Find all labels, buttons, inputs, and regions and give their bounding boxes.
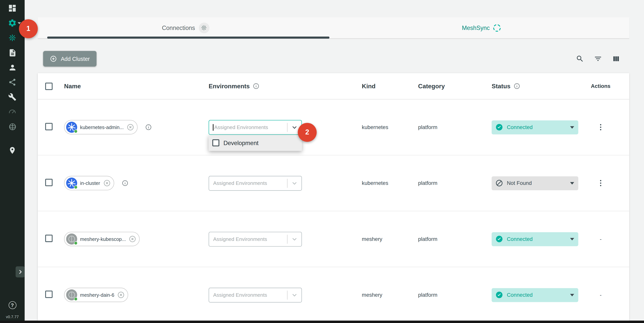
- active-tab-indicator: [47, 37, 330, 39]
- status-chip[interactable]: Connected: [492, 288, 578, 302]
- sidebar: ? v0.7.77: [0, 0, 25, 323]
- header-category: Category: [418, 83, 445, 90]
- status-chip[interactable]: Connected: [492, 120, 578, 134]
- info-icon[interactable]: [253, 83, 260, 90]
- dashboard-icon[interactable]: [0, 3, 25, 13]
- help-icon[interactable]: ?: [8, 301, 16, 309]
- meshery-avatar: [66, 233, 77, 244]
- designs-icon[interactable]: [0, 48, 25, 58]
- status-caret-icon[interactable]: [570, 182, 574, 184]
- status-chip[interactable]: Connected: [492, 232, 578, 246]
- status-label: Connected: [507, 292, 566, 298]
- category-cell: platform: [418, 292, 492, 298]
- header-status: Status: [492, 83, 510, 90]
- connection-name: meshery-dain-6: [80, 292, 114, 298]
- online-dot: [74, 185, 78, 189]
- filter-icon[interactable]: [594, 55, 602, 63]
- status-chip[interactable]: Not Found: [492, 176, 578, 190]
- row-checkbox[interactable]: [45, 234, 52, 242]
- location-pin-icon[interactable]: [0, 145, 25, 155]
- no-actions-dash: -: [600, 292, 602, 298]
- info-icon[interactable]: [145, 124, 152, 131]
- tab-connections-label: Connections: [162, 25, 195, 31]
- relationships-icon[interactable]: [0, 77, 25, 87]
- chip-delete-icon[interactable]: [117, 291, 125, 299]
- status-label: Not Found: [507, 180, 566, 186]
- annotation-step-badge: 2: [298, 123, 316, 142]
- main-content: Connections MeshSync Add Cluster: [25, 0, 644, 323]
- add-cluster-button[interactable]: Add Cluster: [43, 51, 96, 67]
- search-icon[interactable]: [576, 55, 584, 63]
- meshery-app: ? v0.7.77 Connections MeshSync Add Clus: [0, 0, 644, 323]
- select-all-checkbox[interactable]: [45, 83, 52, 90]
- assigned-environments-select[interactable]: Assigned Environments: [209, 232, 302, 246]
- environments-cell: Assigned Environments: [209, 176, 362, 191]
- online-dot: [74, 297, 78, 301]
- table-row: in-cluster Assigned Environments: [38, 155, 629, 211]
- info-icon[interactable]: [513, 83, 520, 90]
- development-checkbox[interactable]: [212, 139, 219, 146]
- table-toolbar: Add Cluster: [38, 49, 629, 69]
- environment-option-development[interactable]: Development: [209, 135, 302, 151]
- tab-meshsync-label: MeshSync: [462, 25, 490, 31]
- info-icon[interactable]: [122, 180, 128, 187]
- connection-chip[interactable]: meshery-kubescop...: [64, 232, 140, 246]
- tab-connections[interactable]: Connections: [38, 17, 334, 38]
- text-cursor: [213, 124, 213, 130]
- header-actions: Actions: [591, 83, 610, 89]
- row-checkbox[interactable]: [45, 178, 52, 186]
- connected-check-icon: [495, 235, 503, 243]
- chevron-down-icon[interactable]: [288, 291, 301, 299]
- app-version: v0.7.77: [6, 314, 19, 319]
- chevron-down-icon[interactable]: [288, 235, 301, 243]
- bottom-strip: [0, 320, 644, 323]
- chip-delete-icon[interactable]: [126, 123, 134, 131]
- status-caret-icon[interactable]: [570, 126, 574, 128]
- assigned-environments-placeholder: Assigned Environments: [213, 236, 287, 242]
- environments-dropdown: Development: [209, 135, 302, 151]
- chevron-down-icon[interactable]: [288, 179, 301, 187]
- status-label: Connected: [507, 236, 566, 242]
- row-actions-menu-icon[interactable]: [598, 122, 603, 132]
- toolkit-wrench-icon[interactable]: [0, 92, 25, 102]
- category-cell: platform: [418, 180, 492, 186]
- table-row: kubernetes-admin... Assigned Environment…: [38, 100, 629, 155]
- table-row: meshery-dain-6 Assigned Environments: [38, 267, 629, 323]
- connection-chip[interactable]: in-cluster: [64, 176, 114, 190]
- status-caret-icon[interactable]: [570, 238, 574, 240]
- assigned-environments-select[interactable]: Assigned Environments: [209, 287, 302, 302]
- chip-delete-icon[interactable]: [129, 235, 136, 243]
- environments-cell: Assigned Environments: [209, 287, 362, 302]
- performance-gauge-icon[interactable]: [0, 107, 25, 117]
- users-icon[interactable]: [0, 62, 25, 72]
- assigned-environments-select[interactable]: Assigned Environments: [209, 176, 302, 191]
- add-cluster-label: Add Cluster: [61, 56, 90, 62]
- mesh-sphere-icon[interactable]: [0, 122, 25, 132]
- status-caret-icon[interactable]: [570, 294, 574, 296]
- row-checkbox[interactable]: [45, 123, 52, 130]
- connections-table: Name Environments Kind Category Status A…: [38, 73, 629, 323]
- connection-chip[interactable]: kubernetes-admin...: [64, 120, 138, 134]
- row-checkbox[interactable]: [45, 290, 52, 298]
- connected-check-icon: [495, 123, 503, 131]
- kind-cell: meshery: [362, 292, 418, 298]
- assigned-environments-select[interactable]: Assigned Environments: [209, 120, 302, 135]
- online-dot: [74, 129, 78, 133]
- sidebar-expand-button[interactable]: [16, 266, 25, 277]
- meshery-avatar: [66, 289, 77, 300]
- online-dot: [74, 241, 78, 245]
- annotation-step-badge: 1: [19, 19, 38, 38]
- row-actions-menu-icon[interactable]: [598, 178, 603, 188]
- assigned-environments-placeholder: Assigned Environments: [213, 180, 287, 186]
- environments-cell: Assigned Environments Development: [209, 120, 362, 135]
- kind-cell: meshery: [362, 236, 418, 242]
- chip-delete-icon[interactable]: [103, 179, 110, 187]
- table-header: Name Environments Kind Category Status A…: [38, 73, 629, 100]
- no-actions-dash: -: [600, 236, 602, 242]
- tab-meshsync[interactable]: MeshSync: [334, 17, 629, 38]
- connection-name: in-cluster: [80, 180, 100, 186]
- view-columns-icon[interactable]: [612, 55, 620, 63]
- connection-chip[interactable]: meshery-dain-6: [64, 288, 128, 302]
- connection-name: kubernetes-admin...: [80, 124, 124, 130]
- header-name: Name: [64, 83, 81, 90]
